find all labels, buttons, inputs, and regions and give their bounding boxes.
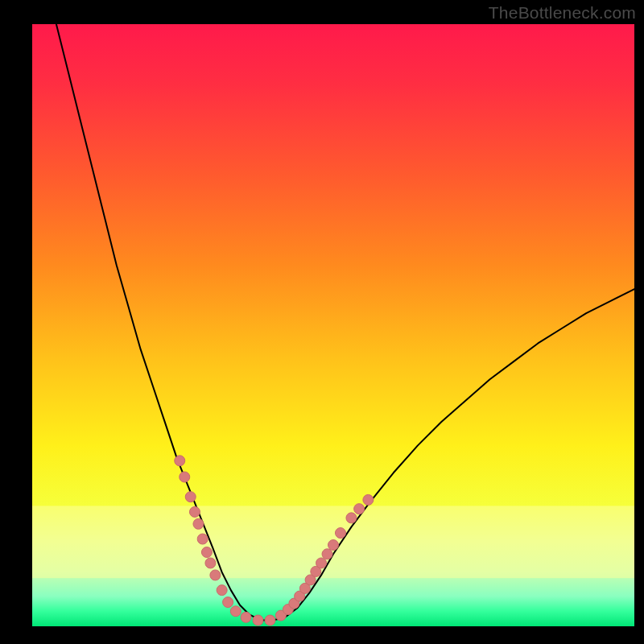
marker-dot: [223, 597, 233, 608]
marker-dot: [241, 612, 251, 622]
marker-dot: [210, 570, 221, 580]
marker-dot: [197, 534, 208, 544]
marker-dot: [322, 549, 332, 559]
marker-dot: [335, 528, 345, 539]
marker-dot: [354, 504, 365, 514]
marker-dot: [205, 558, 216, 568]
marker-dot: [189, 506, 200, 517]
marker-dot: [175, 456, 185, 466]
marker-dot: [253, 615, 263, 625]
marker-dot: [217, 585, 227, 596]
chart-svg: [0, 0, 644, 644]
chart-frame: TheBottleneck.com: [0, 0, 644, 644]
marker-dot: [265, 615, 275, 625]
marker-dot: [316, 558, 327, 568]
watermark-text: TheBottleneck.com: [489, 3, 636, 23]
marker-dot: [185, 492, 196, 502]
chart-canvas: [0, 0, 644, 644]
marker-dot: [363, 494, 374, 505]
marker-dot: [193, 518, 204, 529]
marker-dot: [201, 547, 212, 558]
marker-dot: [346, 513, 357, 523]
marker-dot: [230, 606, 241, 617]
plot-area: [32, 24, 634, 626]
marker-dot: [328, 540, 339, 551]
marker-dot: [180, 472, 190, 482]
